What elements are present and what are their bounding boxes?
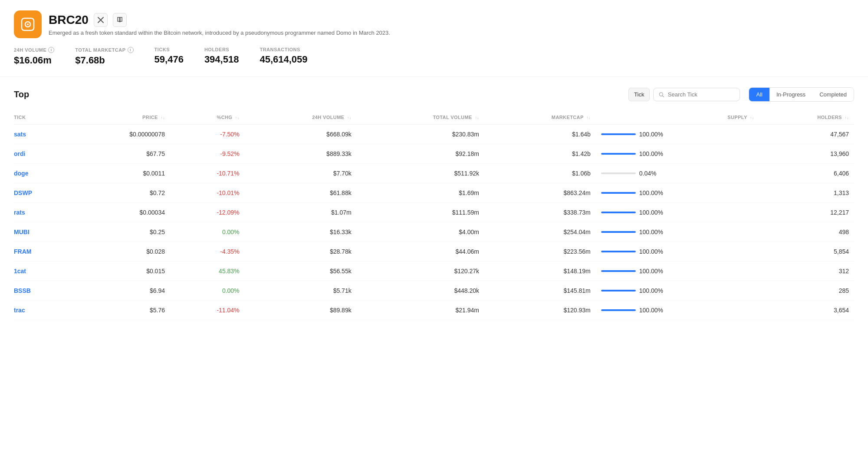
- tick-link-DSWP[interactable]: DSWP: [14, 189, 32, 196]
- cell-holders-7: 312: [760, 262, 854, 281]
- cell-holders-4: 12,217: [760, 203, 854, 222]
- search-input[interactable]: [668, 91, 735, 98]
- cell-24h-volume-7: $56.55k: [245, 262, 357, 281]
- cell-tick-5: MUBI: [14, 222, 67, 242]
- table-row: doge $0.0011 -10.71% $7.70k $511.92k $1.…: [14, 164, 854, 183]
- table-row: 1cat $0.015 45.83% $56.55k $120.27k $148…: [14, 262, 854, 281]
- data-table: TICK PRICE ↑↓ %CHG ↑↓ 24H VOLUME ↑↓ TOTA…: [14, 110, 854, 320]
- tick-link-rats[interactable]: rats: [14, 209, 25, 216]
- stat-holders: HOLDERS 394,518: [204, 47, 239, 66]
- cell-total-volume-8: $448.20k: [357, 281, 484, 301]
- cell-24h-volume-1: $889.33k: [245, 144, 357, 164]
- tick-link-trac[interactable]: trac: [14, 307, 25, 314]
- tick-link-1cat[interactable]: 1cat: [14, 268, 26, 275]
- cell-chg-8: 0.00%: [170, 281, 245, 301]
- filter-in-progress-button[interactable]: In-Progress: [769, 88, 812, 101]
- cell-supply-6: 100.00%: [596, 242, 760, 262]
- cell-chg-2: -10.71%: [170, 164, 245, 183]
- cell-holders-1: 13,960: [760, 144, 854, 164]
- cell-price-6: $0.028: [67, 242, 170, 262]
- cell-24h-volume-4: $1.07m: [245, 203, 357, 222]
- cell-price-3: $0.72: [67, 183, 170, 203]
- brand-logo: [14, 10, 42, 38]
- sort-icon-holders[interactable]: ↑↓: [845, 116, 849, 120]
- supply-progress-bar-4: [601, 212, 636, 213]
- cell-total-volume-4: $111.59m: [357, 203, 484, 222]
- cell-marketcap-7: $148.19m: [484, 262, 596, 281]
- cell-holders-9: 3,654: [760, 301, 854, 320]
- search-box[interactable]: [653, 88, 740, 101]
- supply-progress-inner-0: [601, 133, 636, 135]
- supply-pct-1: 100.00%: [639, 150, 663, 157]
- stat-label-transactions: TRANSACTIONS: [260, 47, 307, 52]
- supply-progress-inner-6: [601, 251, 636, 252]
- supply-pct-5: 100.00%: [639, 228, 663, 235]
- cell-chg-7: 45.83%: [170, 262, 245, 281]
- filter-all-button[interactable]: All: [749, 88, 769, 101]
- cell-tick-4: rats: [14, 203, 67, 222]
- sort-icon-marketcap[interactable]: ↑↓: [586, 116, 591, 120]
- sort-icon-supply[interactable]: ↑↓: [750, 116, 754, 120]
- cell-chg-4: -12.09%: [170, 203, 245, 222]
- table-row: trac $5.76 -11.04% $89.89k $21.94m $120.…: [14, 301, 854, 320]
- x-icon-button[interactable]: [94, 13, 108, 27]
- tick-link-ordi[interactable]: ordi: [14, 150, 25, 157]
- cell-total-volume-2: $511.92k: [357, 164, 484, 183]
- cell-total-volume-6: $44.06m: [357, 242, 484, 262]
- book-icon-button[interactable]: [113, 13, 127, 27]
- cell-chg-0: -7.50%: [170, 125, 245, 144]
- col-chg: %CHG ↑↓: [170, 110, 245, 125]
- stat-label-24h-volume: 24H VOLUME i: [14, 47, 54, 53]
- supply-progress-bar-2: [601, 172, 636, 174]
- cell-holders-3: 1,313: [760, 183, 854, 203]
- sort-icon-24h-volume[interactable]: ↑↓: [347, 116, 352, 120]
- tick-badge: Tick: [628, 88, 650, 101]
- cell-holders-6: 5,854: [760, 242, 854, 262]
- filter-completed-button[interactable]: Completed: [812, 88, 854, 101]
- supply-progress-inner-5: [601, 231, 636, 233]
- cell-supply-2: 0.04%: [596, 164, 760, 183]
- sort-icon-price[interactable]: ↑↓: [161, 116, 165, 120]
- tick-link-MUBI[interactable]: MUBI: [14, 228, 30, 235]
- cell-total-volume-0: $230.83m: [357, 125, 484, 144]
- cell-price-7: $0.015: [67, 262, 170, 281]
- header-info: BRC20 Emerged as a fresh token standard …: [49, 13, 854, 36]
- cell-tick-3: DSWP: [14, 183, 67, 203]
- cell-24h-volume-6: $28.78k: [245, 242, 357, 262]
- tick-link-doge[interactable]: doge: [14, 170, 28, 177]
- cell-marketcap-3: $863.24m: [484, 183, 596, 203]
- cell-supply-3: 100.00%: [596, 183, 760, 203]
- cell-supply-9: 100.00%: [596, 301, 760, 320]
- cell-price-4: $0.00034: [67, 203, 170, 222]
- cell-holders-0: 47,567: [760, 125, 854, 144]
- stat-24h-volume: 24H VOLUME i $16.06m: [14, 47, 54, 66]
- supply-progress-bar-9: [601, 309, 636, 311]
- search-container: Tick All In-Progress Completed: [628, 87, 854, 102]
- tick-link-sats[interactable]: sats: [14, 131, 26, 138]
- cell-24h-volume-0: $668.09k: [245, 125, 357, 144]
- stat-label-ticks: TICKS: [155, 47, 184, 52]
- sort-icon-chg[interactable]: ↑↓: [235, 116, 240, 120]
- supply-progress-bar-7: [601, 270, 636, 272]
- supply-progress-bar-8: [601, 290, 636, 291]
- supply-pct-0: 100.00%: [639, 131, 663, 138]
- tick-link-BSSB[interactable]: BSSB: [14, 287, 31, 294]
- col-total-volume: TOTAL VOLUME ↑↓: [357, 110, 484, 125]
- svg-line-4: [663, 96, 664, 97]
- sort-icon-total-volume[interactable]: ↑↓: [475, 116, 479, 120]
- tick-link-FRAM[interactable]: FRAM: [14, 248, 31, 255]
- info-icon-volume[interactable]: i: [48, 47, 54, 53]
- cell-marketcap-2: $1.06b: [484, 164, 596, 183]
- cell-tick-0: sats: [14, 125, 67, 144]
- table-toolbar: Top Tick All In-Progress Completed: [14, 87, 854, 102]
- col-tick: TICK: [14, 110, 67, 125]
- stat-value-ticks: 59,476: [155, 54, 184, 65]
- info-icon-marketcap[interactable]: i: [128, 47, 134, 53]
- search-icon: [659, 92, 664, 98]
- cell-tick-8: BSSB: [14, 281, 67, 301]
- cell-supply-7: 100.00%: [596, 262, 760, 281]
- cell-total-volume-3: $1.69m: [357, 183, 484, 203]
- stat-value-transactions: 45,614,059: [260, 54, 307, 65]
- cell-chg-3: -10.01%: [170, 183, 245, 203]
- table-row: sats $0.00000078 -7.50% $668.09k $230.83…: [14, 125, 854, 144]
